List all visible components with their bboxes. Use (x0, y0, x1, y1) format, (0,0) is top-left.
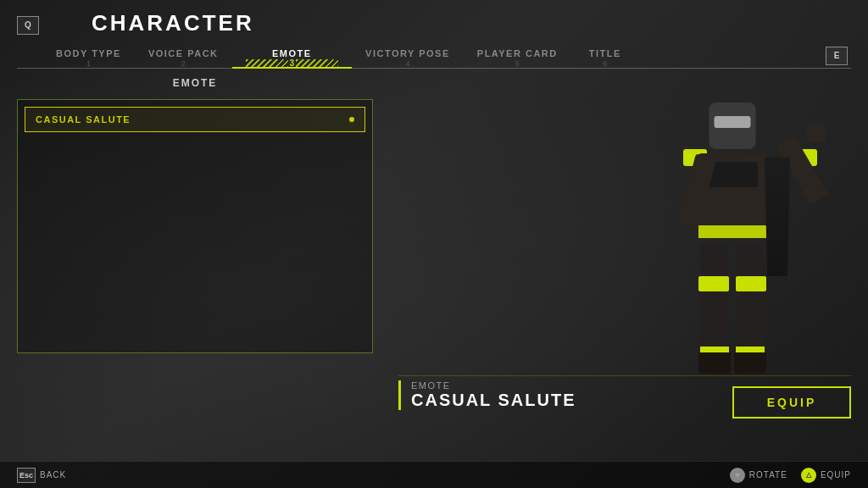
equip-icon: △ (801, 468, 816, 483)
tab-emote[interactable]: EMOTE 3 (232, 45, 353, 68)
char-boot-left (698, 352, 731, 374)
tab-voice-pack-label: VOICE PACK (148, 48, 219, 58)
char-leg-left (700, 245, 728, 355)
nav-key-left[interactable]: Q (17, 16, 39, 35)
header: Q CHARACTER BODY TYPE 1 VOICE PACK 2 EMO… (0, 0, 868, 69)
tab-body-type[interactable]: BODY TYPE 1 (42, 45, 135, 68)
equipped-dot (349, 117, 354, 122)
equip-button[interactable]: EQUIP (732, 386, 851, 419)
info-divider (398, 375, 851, 376)
tab-emote-stripe-2 (296, 59, 338, 68)
rotate-hint: ○ ROTATE (730, 468, 787, 483)
back-key: Esc (17, 468, 36, 483)
emote-item-label: CASUAL SALUTE (36, 114, 131, 125)
char-knee-left (698, 276, 729, 291)
equip-hint-label: EQUIP (821, 470, 851, 480)
char-knee-right (736, 276, 766, 291)
tab-title[interactable]: TITLE 6 (571, 45, 639, 68)
tab-voice-pack[interactable]: VOICE PACK 2 (135, 45, 232, 68)
rotate-icon: ○ (730, 468, 745, 483)
equip-button-label: EQUIP (767, 396, 817, 409)
tab-body-type-label: BODY TYPE (56, 48, 121, 58)
back-hint: Esc BACK (17, 468, 66, 483)
tab-victory-pose[interactable]: VICTORY POSE 4 (352, 45, 464, 68)
tab-victory-pose-number: 4 (405, 59, 409, 68)
emote-item-casual-salute[interactable]: CASUAL SALUTE (25, 107, 365, 132)
emote-info-text: EMOTE CASUAL SALUTE (411, 380, 576, 410)
main-content: EMOTE CASUAL SALUTE (0, 69, 868, 461)
right-panel: EMOTE CASUAL SALUTE EQUIP (390, 77, 851, 452)
emote-list: CASUAL SALUTE (17, 99, 373, 353)
tab-bar: BODY TYPE 1 VOICE PACK 2 EMOTE 3 VICTORY… (17, 45, 851, 69)
tab-emote-label: EMOTE (272, 48, 312, 58)
emote-info: EMOTE CASUAL SALUTE (398, 380, 576, 410)
tab-emote-stripe (246, 59, 288, 68)
tab-title-label: TITLE (589, 48, 621, 58)
char-yellow-accent (698, 225, 766, 238)
bottom-left: Esc BACK (17, 468, 66, 483)
char-cape (765, 158, 790, 276)
char-boot-right (734, 352, 766, 374)
nav-key-right[interactable]: E (826, 47, 848, 65)
tab-player-card-number: 5 (515, 59, 520, 68)
equip-hint: △ EQUIP (801, 468, 851, 483)
emote-info-bar (398, 380, 401, 410)
ui-container: Q CHARACTER BODY TYPE 1 VOICE PACK 2 EMO… (0, 0, 868, 488)
char-head (709, 103, 756, 149)
page-title: CHARACTER (92, 10, 254, 36)
tab-player-card[interactable]: PLAYER CARD 5 (464, 45, 571, 68)
back-label: BACK (40, 470, 66, 480)
rotate-label: ROTATE (749, 470, 787, 480)
emote-name: CASUAL SALUTE (411, 391, 576, 410)
bottom-right: ○ ROTATE △ EQUIP (730, 468, 851, 483)
char-fist (807, 124, 826, 142)
char-leg-right (737, 245, 765, 355)
tab-title-number: 6 (603, 59, 607, 68)
tab-player-card-label: PLAYER CARD (477, 48, 558, 58)
tab-victory-pose-label: VICTORY POSE (365, 48, 450, 58)
tab-emote-number: 3 (290, 58, 295, 68)
char-visor (715, 116, 751, 128)
emote-type-label: EMOTE (411, 380, 576, 391)
tab-body-type-number: 1 (86, 59, 91, 68)
section-title: EMOTE (17, 77, 373, 89)
tab-voice-pack-number: 2 (181, 59, 186, 68)
left-panel: EMOTE CASUAL SALUTE (17, 77, 373, 452)
tab-emote-number-area: 3 (246, 58, 339, 68)
